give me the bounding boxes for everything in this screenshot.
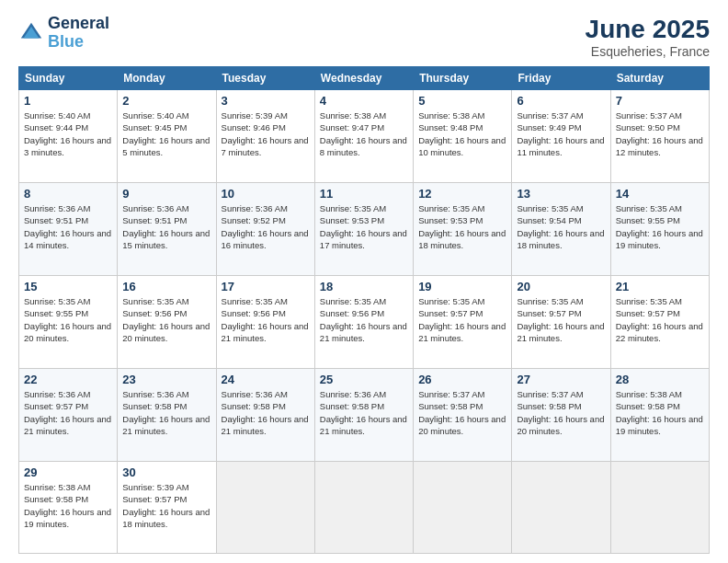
table-row: 21Sunrise: 5:35 AM Sunset: 9:57 PM Dayli… xyxy=(610,276,709,369)
day-info: Sunrise: 5:35 AM Sunset: 9:55 PM Dayligh… xyxy=(616,202,704,251)
table-row: 8Sunrise: 5:36 AM Sunset: 9:51 PM Daylig… xyxy=(19,183,118,276)
table-row xyxy=(314,462,413,554)
table-row: 27Sunrise: 5:37 AM Sunset: 9:58 PM Dayli… xyxy=(512,369,610,462)
table-row xyxy=(610,462,709,554)
day-info: Sunrise: 5:37 AM Sunset: 9:50 PM Dayligh… xyxy=(616,109,704,158)
day-number: 1 xyxy=(24,94,112,108)
day-info: Sunrise: 5:35 AM Sunset: 9:54 PM Dayligh… xyxy=(517,202,605,251)
day-number: 19 xyxy=(418,280,506,293)
day-info: Sunrise: 5:35 AM Sunset: 9:57 PM Dayligh… xyxy=(616,295,704,344)
table-row: 6Sunrise: 5:37 AM Sunset: 9:49 PM Daylig… xyxy=(512,90,610,183)
day-number: 12 xyxy=(418,187,506,201)
table-row: 9Sunrise: 5:36 AM Sunset: 9:51 PM Daylig… xyxy=(118,183,216,276)
day-number: 30 xyxy=(122,465,210,479)
day-number: 21 xyxy=(616,280,704,293)
table-row: 15Sunrise: 5:35 AM Sunset: 9:55 PM Dayli… xyxy=(19,276,118,369)
table-row: 10Sunrise: 5:36 AM Sunset: 9:52 PM Dayli… xyxy=(216,183,314,276)
day-number: 17 xyxy=(222,280,310,293)
logo: General Blue xyxy=(18,15,109,52)
day-info: Sunrise: 5:37 AM Sunset: 9:58 PM Dayligh… xyxy=(517,388,605,437)
table-row: 17Sunrise: 5:35 AM Sunset: 9:56 PM Dayli… xyxy=(216,276,314,369)
day-info: Sunrise: 5:40 AM Sunset: 9:45 PM Dayligh… xyxy=(122,109,210,158)
header-sunday: Sunday xyxy=(19,67,118,90)
table-row: 30Sunrise: 5:39 AM Sunset: 9:57 PM Dayli… xyxy=(118,462,216,554)
day-info: Sunrise: 5:37 AM Sunset: 9:58 PM Dayligh… xyxy=(418,388,506,437)
day-number: 28 xyxy=(616,373,704,386)
day-info: Sunrise: 5:35 AM Sunset: 9:56 PM Dayligh… xyxy=(320,295,408,344)
day-info: Sunrise: 5:36 AM Sunset: 9:51 PM Dayligh… xyxy=(122,202,210,251)
day-info: Sunrise: 5:35 AM Sunset: 9:56 PM Dayligh… xyxy=(222,295,310,344)
table-row: 16Sunrise: 5:35 AM Sunset: 9:56 PM Dayli… xyxy=(118,276,216,369)
day-info: Sunrise: 5:40 AM Sunset: 9:44 PM Dayligh… xyxy=(24,109,112,158)
day-number: 13 xyxy=(517,187,605,201)
day-info: Sunrise: 5:38 AM Sunset: 9:58 PM Dayligh… xyxy=(616,388,704,437)
calendar-header-row: Sunday Monday Tuesday Wednesday Thursday… xyxy=(19,67,710,90)
day-number: 4 xyxy=(320,94,408,108)
day-info: Sunrise: 5:35 AM Sunset: 9:57 PM Dayligh… xyxy=(418,295,506,344)
day-info: Sunrise: 5:35 AM Sunset: 9:57 PM Dayligh… xyxy=(517,295,605,344)
day-info: Sunrise: 5:36 AM Sunset: 9:57 PM Dayligh… xyxy=(24,388,112,437)
table-row: 22Sunrise: 5:36 AM Sunset: 9:57 PM Dayli… xyxy=(19,369,118,462)
table-row xyxy=(216,462,314,554)
title-block: June 2025 Esqueheries, France xyxy=(586,15,710,59)
day-number: 25 xyxy=(320,373,408,386)
day-info: Sunrise: 5:39 AM Sunset: 9:57 PM Dayligh… xyxy=(122,481,210,530)
calendar-week-1: 1Sunrise: 5:40 AM Sunset: 9:44 PM Daylig… xyxy=(19,90,710,183)
day-info: Sunrise: 5:38 AM Sunset: 9:58 PM Dayligh… xyxy=(24,481,112,530)
table-row: 20Sunrise: 5:35 AM Sunset: 9:57 PM Dayli… xyxy=(512,276,610,369)
day-number: 3 xyxy=(222,94,310,108)
day-number: 16 xyxy=(122,280,210,293)
table-row: 23Sunrise: 5:36 AM Sunset: 9:58 PM Dayli… xyxy=(118,369,216,462)
header: General Blue June 2025 Esqueheries, Fran… xyxy=(18,15,710,59)
table-row: 18Sunrise: 5:35 AM Sunset: 9:56 PM Dayli… xyxy=(314,276,413,369)
table-row: 1Sunrise: 5:40 AM Sunset: 9:44 PM Daylig… xyxy=(19,90,118,183)
page: General Blue June 2025 Esqueheries, Fran… xyxy=(0,0,728,563)
calendar-week-3: 15Sunrise: 5:35 AM Sunset: 9:55 PM Dayli… xyxy=(19,276,710,369)
header-thursday: Thursday xyxy=(414,67,512,90)
day-number: 10 xyxy=(222,187,310,201)
day-number: 20 xyxy=(517,280,605,293)
day-number: 29 xyxy=(24,465,112,479)
day-info: Sunrise: 5:35 AM Sunset: 9:53 PM Dayligh… xyxy=(418,202,506,251)
logo-line1: General xyxy=(48,15,109,33)
day-number: 22 xyxy=(24,373,112,386)
day-info: Sunrise: 5:36 AM Sunset: 9:58 PM Dayligh… xyxy=(122,388,210,437)
calendar-week-2: 8Sunrise: 5:36 AM Sunset: 9:51 PM Daylig… xyxy=(19,183,710,276)
day-info: Sunrise: 5:35 AM Sunset: 9:56 PM Dayligh… xyxy=(122,295,210,344)
logo-text: General Blue xyxy=(48,15,109,52)
table-row: 14Sunrise: 5:35 AM Sunset: 9:55 PM Dayli… xyxy=(610,183,709,276)
day-number: 8 xyxy=(24,187,112,201)
day-number: 7 xyxy=(616,94,704,108)
header-tuesday: Tuesday xyxy=(216,67,314,90)
calendar-title: June 2025 xyxy=(586,15,710,44)
day-number: 6 xyxy=(517,94,605,108)
day-info: Sunrise: 5:36 AM Sunset: 9:58 PM Dayligh… xyxy=(222,388,310,437)
day-number: 9 xyxy=(122,187,210,201)
table-row: 3Sunrise: 5:39 AM Sunset: 9:46 PM Daylig… xyxy=(216,90,314,183)
day-number: 11 xyxy=(320,187,408,201)
table-row: 13Sunrise: 5:35 AM Sunset: 9:54 PM Dayli… xyxy=(512,183,610,276)
day-info: Sunrise: 5:39 AM Sunset: 9:46 PM Dayligh… xyxy=(222,109,310,158)
day-number: 2 xyxy=(122,94,210,108)
table-row: 5Sunrise: 5:38 AM Sunset: 9:48 PM Daylig… xyxy=(414,90,512,183)
table-row: 7Sunrise: 5:37 AM Sunset: 9:50 PM Daylig… xyxy=(610,90,709,183)
logo-line2: Blue xyxy=(48,32,84,51)
day-info: Sunrise: 5:36 AM Sunset: 9:51 PM Dayligh… xyxy=(24,202,112,251)
day-info: Sunrise: 5:38 AM Sunset: 9:47 PM Dayligh… xyxy=(320,109,408,158)
day-info: Sunrise: 5:37 AM Sunset: 9:49 PM Dayligh… xyxy=(517,109,605,158)
calendar-table: Sunday Monday Tuesday Wednesday Thursday… xyxy=(18,66,710,554)
day-number: 24 xyxy=(222,373,310,386)
calendar-week-4: 22Sunrise: 5:36 AM Sunset: 9:57 PM Dayli… xyxy=(19,369,710,462)
table-row: 4Sunrise: 5:38 AM Sunset: 9:47 PM Daylig… xyxy=(314,90,413,183)
day-number: 26 xyxy=(418,373,506,386)
day-info: Sunrise: 5:35 AM Sunset: 9:53 PM Dayligh… xyxy=(320,202,408,251)
header-wednesday: Wednesday xyxy=(314,67,413,90)
day-info: Sunrise: 5:38 AM Sunset: 9:48 PM Dayligh… xyxy=(418,109,506,158)
table-row: 26Sunrise: 5:37 AM Sunset: 9:58 PM Dayli… xyxy=(414,369,512,462)
day-info: Sunrise: 5:35 AM Sunset: 9:55 PM Dayligh… xyxy=(24,295,112,344)
table-row xyxy=(512,462,610,554)
day-number: 18 xyxy=(320,280,408,293)
day-number: 23 xyxy=(122,373,210,386)
calendar-subtitle: Esqueheries, France xyxy=(586,44,710,59)
day-info: Sunrise: 5:36 AM Sunset: 9:52 PM Dayligh… xyxy=(222,202,310,251)
